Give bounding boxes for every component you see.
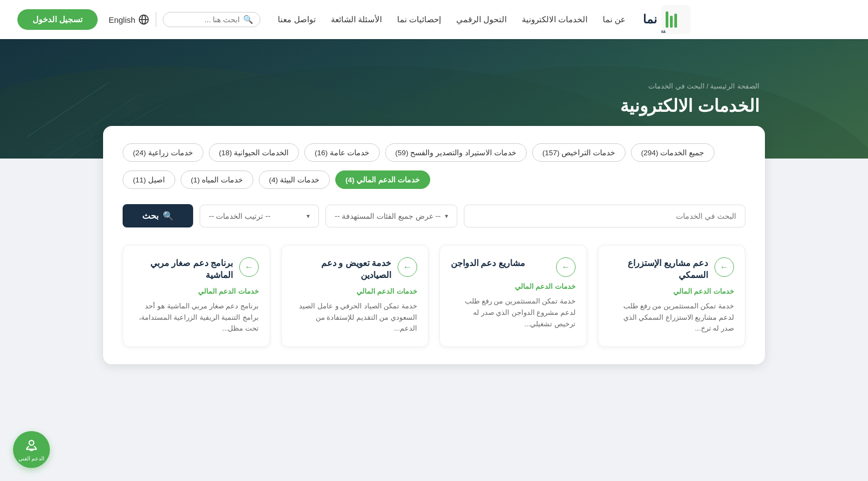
nav-contact[interactable]: تواصل معنا: [278, 15, 315, 24]
chevron-down-icon-2: ▾: [307, 212, 310, 220]
header: NAAMA نما عن نما الخدمات الالكترونية الت…: [0, 0, 868, 39]
tabs-row-2: خدمات الدعم المالي (4) خدمات البيئة (4) …: [123, 170, 745, 189]
language-switcher[interactable]: English: [108, 14, 149, 25]
service-desc-2: خدمة تمكن المستثمرين من رفع طلب لدعم مشر…: [451, 296, 576, 330]
header-search-box: 🔍: [163, 12, 260, 27]
service-category-1: خدمات الدعم المالي: [609, 287, 734, 295]
tab-licenses[interactable]: خدمات التراخيص (157): [532, 143, 626, 162]
language-label: English: [108, 15, 135, 24]
service-category-3: خدمات الدعم المالي: [292, 287, 417, 295]
content-card: جميع الخدمات (294) خدمات التراخيص (157) …: [103, 126, 765, 364]
page-title: الخدمات الالكترونية: [620, 96, 760, 116]
logo-text: نما: [643, 14, 657, 26]
tab-general[interactable]: خدمات عامة (16): [304, 143, 380, 162]
svg-rect-3: [674, 14, 677, 28]
service-title-4: برنامج دعم صغار مربي الماشية: [134, 257, 233, 282]
service-card-header-4: برنامج دعم صغار مربي الماشية ←: [134, 257, 259, 282]
login-button[interactable]: تسجيل الدخول: [17, 9, 98, 30]
tab-all[interactable]: جميع الخدمات (294): [631, 143, 714, 162]
tab-animal[interactable]: الخدمات الحيوانية (18): [209, 143, 299, 162]
header-search-input[interactable]: [170, 15, 240, 24]
target-groups-dropdown[interactable]: ▾ -- عرض جميع الفئات المستهدفة --: [326, 205, 457, 227]
service-card-4[interactable]: برنامج دعم صغار مربي الماشية ← خدمات الد…: [123, 245, 270, 347]
tabs-row-1: جميع الخدمات (294) خدمات التراخيص (157) …: [123, 143, 745, 162]
service-title-2: مشاريع دعم الدواجن: [451, 257, 525, 269]
header-divider: [156, 12, 156, 27]
service-arrow-btn-1[interactable]: ←: [714, 257, 734, 277]
naama-logo-icon: NAAMA: [661, 5, 691, 34]
service-card-2[interactable]: مشاريع دعم الدواجن ← خدمات الدعم المالي …: [439, 245, 587, 347]
service-card-3[interactable]: خدمة تعويض و دعم الصيادين ← خدمات الدعم …: [281, 245, 429, 347]
service-arrow-btn-4[interactable]: ←: [239, 257, 259, 277]
chevron-down-icon: ▾: [445, 212, 448, 220]
tab-water[interactable]: خدمات المياه (1): [181, 170, 253, 189]
breadcrumb-current: البحث في الخدمات: [648, 82, 704, 90]
breadcrumb-home: الصفحة الرئيسية: [710, 82, 760, 90]
logo: NAAMA نما: [643, 5, 691, 34]
nav-about[interactable]: عن نما: [603, 15, 626, 24]
service-arrow-btn-3[interactable]: ←: [398, 257, 417, 277]
nav-services[interactable]: الخدمات الالكترونية: [522, 15, 588, 24]
service-card-1[interactable]: دعم مشاريع الإستزراع السمكي ← خدمات الدع…: [598, 245, 745, 347]
services-grid: دعم مشاريع الإستزراع السمكي ← خدمات الدع…: [123, 245, 745, 347]
svg-rect-2: [670, 16, 673, 28]
service-search-input[interactable]: [464, 205, 745, 227]
search-icon: 🔍: [243, 15, 253, 24]
nav-faq[interactable]: الأسئلة الشائعة: [331, 15, 382, 24]
service-title-1: دعم مشاريع الإستزراع السمكي: [609, 257, 708, 282]
tab-agri[interactable]: خدمات زراعية (24): [123, 143, 203, 162]
search-btn-icon: 🔍: [163, 211, 174, 221]
main-nav: عن نما الخدمات الالكترونية التحول الرقمي…: [260, 15, 643, 24]
main-container: جميع الخدمات (294) خدمات التراخيص (157) …: [92, 126, 776, 364]
tab-env[interactable]: خدمات البيئة (4): [259, 170, 330, 189]
svg-rect-1: [666, 11, 668, 28]
service-card-header-2: مشاريع دعم الدواجن ←: [451, 257, 576, 277]
breadcrumb-separator: /: [705, 82, 709, 90]
service-desc-3: خدمة تمكن الصياد الحرفي و عامل الصيد الس…: [292, 301, 417, 334]
tab-financial[interactable]: خدمات الدعم المالي (4): [335, 170, 430, 189]
service-card-header-3: خدمة تعويض و دعم الصيادين ←: [292, 257, 417, 282]
search-row: ▾ -- عرض جميع الفئات المستهدفة -- ▾ -- ت…: [123, 204, 745, 227]
breadcrumb: الصفحة الرئيسية / البحث في الخدمات: [620, 82, 760, 90]
tab-import-export[interactable]: خدمات الاستيراد والتصدير والفسح (59): [385, 143, 527, 162]
service-desc-1: خدمة تمكن المستثمرين من رفع طلب لدعم مشا…: [609, 301, 734, 334]
tab-aseel[interactable]: اصيل (11): [123, 170, 175, 189]
service-card-header-1: دعم مشاريع الإستزراع السمكي ←: [609, 257, 734, 282]
search-button[interactable]: 🔍 بحث: [123, 204, 193, 227]
nav-stats[interactable]: إحصائيات نما: [397, 15, 441, 24]
nav-digital[interactable]: التحول الرقمي: [456, 15, 507, 24]
service-category-2: خدمات الدعم المالي: [451, 282, 576, 290]
service-desc-4: برنامج دعم صغار مربي الماشية هو أحد برام…: [134, 301, 259, 334]
hero-content: الصفحة الرئيسية / البحث في الخدمات الخدم…: [620, 82, 760, 116]
sort-dropdown[interactable]: ▾ -- ترتيب الخدمات --: [200, 205, 319, 227]
service-title-3: خدمة تعويض و دعم الصيادين: [292, 257, 391, 282]
service-category-4: خدمات الدعم المالي: [134, 287, 259, 295]
globe-icon: [138, 14, 149, 25]
svg-text:NAAMA: NAAMA: [661, 30, 666, 34]
service-arrow-btn-2[interactable]: ←: [556, 257, 576, 277]
